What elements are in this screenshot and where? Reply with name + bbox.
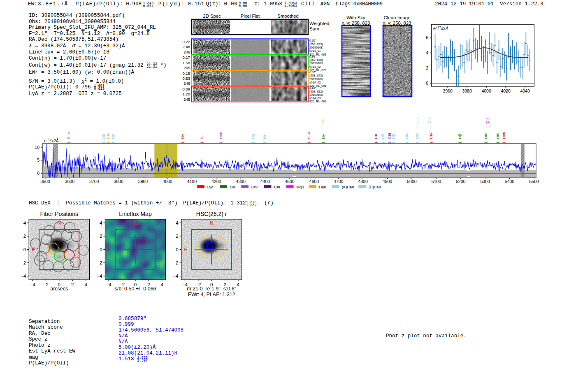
svg-text:−2: −2 [21,260,26,265]
svg-text:E: E [184,247,188,253]
svg-text:246: 246 [183,50,190,54]
svg-text:3600: 3600 [65,179,75,184]
svg-text:OIII: OIII [404,133,409,139]
svg-text:2: 2 [426,65,428,70]
svg-text:OII: OII [230,185,235,189]
svg-text:{: { [496,141,500,143]
svg-text:−4: −4 [30,282,35,287]
svg-text:OIII: OIII [415,133,419,139]
svg-text:CIII: CIII [274,185,280,189]
svg-text:5000: 5000 [407,179,417,184]
svg-text:OIII: OIII [495,133,500,139]
svg-text:{: { [307,141,311,143]
svg-text:HeII: HeII [502,132,506,139]
svg-text:3960: 3960 [443,88,453,93]
svg-text:SiII: SiII [200,133,204,139]
svg-text:{: { [102,141,106,143]
svg-text:N: N [210,220,214,226]
svg-text:Hβ: Hβ [391,134,395,139]
svg-text:2: 2 [100,234,102,239]
svg-text:{: { [405,141,409,143]
svg-text:N: N [57,220,61,226]
svg-text:EWr: 4, PLAE: 1.312: EWr: 4, PLAE: 1.312 [188,292,235,297]
svg-text:4: 4 [237,282,240,287]
svg-text:OIII: OIII [483,133,488,139]
svg-text:OIII: OIII [416,117,420,123]
svg-text:0: 0 [37,171,39,176]
svg-text:4800: 4800 [358,179,368,184]
svg-text:CIII: CIII [321,118,325,124]
svg-text:4: 4 [161,282,164,287]
svg-text:Sum: Sum [309,26,319,31]
svg-text:6: 6 [426,35,428,40]
svg-text:Hβ: Hβ [458,134,462,139]
svg-text:4: 4 [100,220,102,225]
svg-text:4: 4 [84,282,87,287]
svg-text:4700: 4700 [334,179,344,184]
svg-text:0: 0 [100,247,102,252]
svg-text:Hγ: Hγ [321,134,325,139]
svg-text:2.48: 2.48 [183,44,190,49]
svg-text:−4: −4 [97,274,102,278]
svg-text:OII: OII [485,118,490,124]
svg-text:0: 0 [23,247,26,252]
svg-text:4400: 4400 [260,179,270,184]
svg-text:CIV: CIV [429,132,433,139]
svg-text:Pixel Flat: Pixel Flat [241,14,260,19]
svg-text:CII: CII [374,134,378,139]
svg-text:{: { [219,141,223,143]
svg-text:5500: 5500 [529,179,539,184]
svg-text:Lineflux Map: Lineflux Map [119,212,152,217]
svg-text:265: 265 [183,65,190,70]
svg-text:OII: OII [101,134,106,139]
svg-text:{: { [181,141,185,143]
svg-text:2: 2 [176,234,178,239]
svg-text:Clean Image: Clean Image [383,15,410,20]
svg-text:0.09: 0.09 [183,87,190,91]
svg-text:CIV: CIV [251,185,258,189]
svg-text:4000: 4000 [481,88,491,93]
svg-text:With Sky: With Sky [346,15,365,20]
svg-text:MgII: MgII [296,185,304,189]
svg-text:e−17x2Å: e−17x2Å [433,26,448,31]
svg-text:Lyα: Lyα [207,185,214,189]
svg-text:s/b: 0.50 +/- 0.066: s/b: 0.50 +/- 0.066 [114,286,156,292]
svg-text:4500: 4500 [285,179,295,184]
svg-text:{: { [374,141,378,143]
svg-text:2: 2 [23,234,26,239]
svg-text:−2: −2 [43,282,49,287]
svg-text:{: { [429,141,433,143]
svg-text:4600: 4600 [309,179,319,184]
svg-text:5200: 5200 [456,179,466,184]
svg-text:{: { [415,141,419,143]
svg-text:{: { [111,141,115,143]
svg-text:{: { [262,141,267,143]
svg-text:0.22: 0.22 [183,39,190,44]
svg-text:4: 4 [426,50,428,55]
svg-text:4: 4 [23,220,26,225]
svg-text:5300: 5300 [480,179,490,184]
svg-text:Hδ: Hδ [381,134,385,139]
svg-text:4200: 4200 [211,179,221,184]
svg-text:OII: OII [111,134,115,139]
svg-text:CIV: CIV [106,132,110,139]
svg-text:{: { [485,126,490,128]
svg-text:−2: −2 [173,260,178,265]
svg-text:3500: 3500 [40,179,50,184]
svg-text:4040: 4040 [520,88,530,93]
svg-text:4300: 4300 [236,179,246,184]
svg-text:e−17x2Å: e−17x2Å [44,138,59,144]
svg-text:Weighted: Weighted [309,21,329,26]
svg-text:3980: 3980 [462,88,472,93]
svg-text:m:21.0 re:1.9" s:0.6": m:21.0 re:1.9" s:0.6" [187,286,236,292]
svg-text:3800: 3800 [114,179,123,184]
svg-text:3900: 3900 [138,179,148,184]
svg-text:−2: −2 [97,260,102,265]
svg-text:1.58: 1.58 [183,60,190,65]
svg-text:1.20: 1.20 [183,92,190,96]
svg-text:{: { [251,141,255,143]
svg-text:Smoothed: Smoothed [277,14,299,19]
svg-text:0: 0 [426,81,428,86]
svg-text:0.15: 0.15 [183,71,190,76]
svg-text:{: { [200,141,204,143]
